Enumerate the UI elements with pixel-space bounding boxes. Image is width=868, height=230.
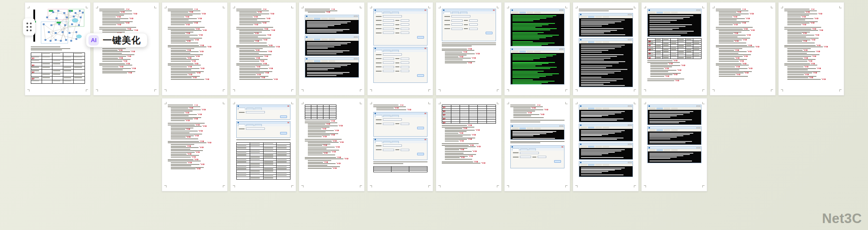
text-line <box>787 74 839 75</box>
command-text-block <box>168 105 222 170</box>
text-run <box>171 39 194 40</box>
page-thumbnail-20[interactable] <box>641 98 707 191</box>
cell-text <box>277 145 287 146</box>
page-thumbnail-16[interactable] <box>367 98 433 191</box>
cell-text <box>251 166 260 167</box>
text-run <box>305 158 343 159</box>
input-field <box>246 111 265 113</box>
table-cell <box>74 66 85 70</box>
page-thumbnail-19[interactable] <box>573 98 639 191</box>
window-buttons-icon <box>354 58 358 59</box>
table-cell <box>311 118 317 119</box>
crop-mark <box>154 6 157 8</box>
page-thumbnail-1[interactable] <box>25 2 91 95</box>
text-run <box>102 13 132 14</box>
crop-mark <box>223 6 225 8</box>
text-run <box>102 50 117 51</box>
cell-text <box>74 57 82 58</box>
red-zigzag-mark <box>256 66 260 67</box>
text-run <box>719 76 748 77</box>
dialog-screenshot <box>373 138 427 160</box>
red-zigzag-mark <box>193 77 196 78</box>
table-cell <box>237 177 250 179</box>
text-run <box>171 58 186 59</box>
red-check-mark <box>32 58 34 59</box>
page-thumbnail-13[interactable] <box>162 98 228 191</box>
text-line <box>102 69 153 70</box>
terminal-line <box>581 58 610 59</box>
terminal-line <box>512 41 533 42</box>
page-content <box>647 105 702 185</box>
red-check-mark <box>648 49 651 50</box>
text-run <box>442 127 474 128</box>
page-thumbnail-10[interactable] <box>641 2 707 95</box>
table-cell <box>469 122 478 123</box>
text-line <box>308 128 359 129</box>
input-field <box>401 23 409 26</box>
text-run <box>445 52 462 53</box>
page-thumbnail-9[interactable] <box>573 2 639 95</box>
red-zigzag-mark <box>323 145 327 146</box>
page-thumbnail-6[interactable] <box>367 2 433 95</box>
red-zigzag-mark <box>339 141 343 143</box>
red-zigzag-mark <box>196 168 200 169</box>
crop-mark <box>291 185 294 187</box>
text-run <box>171 15 193 16</box>
table-cell <box>31 60 42 63</box>
terminal-app-icon <box>580 105 581 107</box>
text-run <box>719 69 739 70</box>
page-thumbnail-12[interactable] <box>778 2 844 95</box>
text-run <box>719 36 737 37</box>
text-run <box>719 33 733 34</box>
red-zigzag-mark <box>194 105 198 105</box>
terminal-line <box>512 138 555 139</box>
text-run <box>239 69 260 70</box>
text-line <box>787 59 839 60</box>
page-thumbnail-15[interactable] <box>299 98 365 191</box>
text-line <box>308 131 359 132</box>
text-run <box>171 51 199 52</box>
page-thumbnail-7[interactable] <box>436 2 502 95</box>
page-thumbnail-8[interactable] <box>504 2 570 95</box>
terminal-line <box>512 16 553 17</box>
page-thumbnail-14[interactable] <box>230 98 296 191</box>
page-thumbnail-3[interactable] <box>162 2 228 95</box>
dialog-tab <box>520 148 528 151</box>
red-zigzag-mark <box>811 39 815 40</box>
terminal-tab <box>656 129 663 131</box>
red-zigzag-mark <box>746 18 750 19</box>
page-thumbnail-18[interactable] <box>504 98 570 191</box>
page-thumbnail-5[interactable] <box>299 2 365 95</box>
text-run <box>719 23 741 23</box>
page-thumbnail-17[interactable] <box>436 98 502 191</box>
text-line <box>239 69 290 70</box>
crop-mark <box>702 89 705 92</box>
crop-mark <box>575 185 578 187</box>
terminal-app-icon <box>512 125 513 127</box>
text-run <box>239 61 259 62</box>
text-line <box>579 10 633 11</box>
drag-handle[interactable] <box>23 18 35 36</box>
terminal-tab <box>588 146 594 148</box>
form-row <box>444 28 493 30</box>
cell-text <box>694 49 699 50</box>
page-thumbnail-2[interactable] <box>93 2 159 95</box>
field-label <box>395 123 399 124</box>
terminal-output <box>579 18 633 36</box>
page-thumbnail-4[interactable] <box>230 2 296 95</box>
text-line <box>787 76 839 77</box>
field-label <box>444 28 450 29</box>
text-line <box>168 27 222 28</box>
text-run <box>171 115 189 116</box>
ai-beautify-button[interactable]: AI 一键美化 <box>86 33 147 47</box>
table-cell <box>63 70 74 73</box>
red-zigzag-mark <box>331 120 335 122</box>
text-run <box>719 24 733 25</box>
red-zigzag-mark <box>186 120 189 121</box>
red-zigzag-mark <box>274 79 277 80</box>
text-line <box>787 41 839 42</box>
window-buttons-icon <box>559 49 563 50</box>
page-thumbnail-11[interactable] <box>710 2 776 95</box>
cell-text <box>686 49 692 50</box>
text-run <box>445 133 458 134</box>
